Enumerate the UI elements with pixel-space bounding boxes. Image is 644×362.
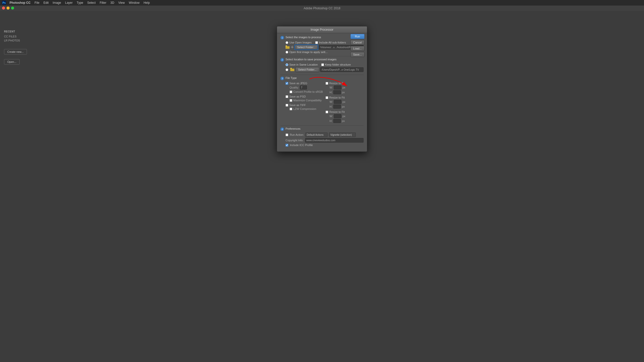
lzw-checkbox[interactable] (290, 108, 292, 110)
run-button[interactable]: Run (350, 34, 365, 39)
default-actions-dropdown[interactable]: Default Actions (305, 132, 328, 137)
psd-h-label: H: (330, 105, 332, 108)
menu-filter[interactable]: Filter (98, 0, 108, 6)
psd-w-label: W: (330, 100, 333, 103)
jpeg-w-label: W: (330, 86, 333, 89)
save-psd-row: Save as PSD (286, 95, 324, 98)
resize-jpeg-row: Resize to Fit (326, 82, 364, 85)
resize-psd-row: Resize to Fit (326, 96, 364, 99)
menu-help[interactable]: Help (142, 0, 152, 6)
run-action-checkbox[interactable] (286, 133, 288, 136)
image-processor-dialog: Image Processor Run Cancel Load... Save.… (277, 26, 367, 152)
save-same-location-label[interactable]: Save in Same Location (286, 63, 318, 66)
icc-profile-row: Include ICC Profile (280, 144, 364, 147)
tiff-h-row: H: px (326, 119, 364, 123)
psd-w-px: px (342, 100, 345, 103)
cancel-button[interactable]: Cancel (350, 40, 365, 45)
section-1-num: 1 (280, 36, 284, 39)
maximize-compat-label: Maximize Compatibility (293, 99, 321, 102)
save-same-location-radio[interactable] (286, 63, 288, 66)
keep-structure-text: Keep folder structure (325, 63, 351, 66)
load-button[interactable]: Load... (350, 46, 365, 51)
tiff-w-row: W: px (326, 114, 364, 118)
menu-layer[interactable]: Layer (63, 0, 75, 6)
folder-icon-2 (290, 68, 294, 72)
close-button[interactable] (2, 7, 5, 10)
folder-path-text-2: /Users/Dipesh/P...e One/Logic TV (321, 68, 359, 71)
menu-photoshop[interactable]: Photoshop CC (8, 0, 32, 6)
select-folder-radio[interactable] (286, 68, 288, 71)
jpeg-h-px: px (342, 91, 345, 94)
menu-image[interactable]: Image (51, 0, 63, 6)
folder-path-text-1: /Volumes/...u.../hotoshoot/RAW (320, 46, 355, 49)
menu-file[interactable]: File (32, 0, 41, 6)
save-psd-checkbox[interactable] (286, 95, 288, 98)
include-subfolders-label[interactable]: Include All sub-folders (315, 41, 346, 44)
maximize-compat-checkbox[interactable] (290, 99, 292, 102)
open-first-image-label[interactable]: Open first image to apply sett... (286, 51, 328, 54)
select-folder-button-1[interactable]: Select Folder... (295, 45, 318, 50)
save-psd-label: Save as PSD (289, 95, 306, 98)
section-4: 4 Preferences Run Action: Default Action… (280, 127, 364, 147)
open-first-image-text: Open first image to apply sett... (289, 51, 328, 54)
save-button[interactable]: Save... (350, 52, 365, 57)
menu-edit[interactable]: Edit (42, 0, 51, 6)
quality-label: Quality: (290, 86, 299, 89)
quality-input[interactable] (300, 85, 307, 89)
section-3-title: File Type (286, 76, 297, 79)
tiff-h-label: H: (330, 119, 332, 122)
run-action-row: Run Action: Default Actions Vignette (se… (280, 132, 364, 137)
traffic-lights (2, 7, 14, 10)
resize-tiff-row: Resize to Fit (326, 110, 364, 113)
save-tiff-row: Save as TIFF (286, 104, 324, 107)
save-jpeg-row: Save as JPEG (286, 82, 324, 85)
tiff-h-input[interactable] (333, 119, 341, 123)
jpeg-h-input[interactable] (333, 90, 341, 94)
convert-profile-row: Convert Profile to sRGB (286, 90, 324, 93)
save-tiff-label: Save as TIFF (289, 104, 306, 107)
divider-2 (280, 75, 364, 75)
section-2-num: 2 (280, 58, 284, 62)
resize-jpeg-checkbox[interactable] (326, 82, 328, 85)
keep-structure-label[interactable]: Keep folder structure (321, 63, 351, 66)
jpeg-w-input[interactable] (334, 85, 341, 89)
psd-w-input[interactable] (334, 100, 341, 104)
select-folder-button-2[interactable]: Select Folder... (295, 67, 319, 72)
open-first-image-radio[interactable] (286, 51, 288, 54)
maximize-compat-row: Maximize Compatibility (286, 99, 324, 102)
menu-window[interactable]: Window (127, 0, 142, 6)
action-buttons: Run Cancel Load... Save... (350, 34, 365, 57)
use-open-images-label[interactable]: Use Open Images (286, 41, 312, 44)
jpeg-w-px: px (342, 86, 345, 89)
resize-psd-checkbox[interactable] (326, 96, 328, 99)
settings-icon (291, 46, 294, 49)
tiff-w-input[interactable] (334, 114, 341, 118)
select-folder-radio-label[interactable] (286, 68, 289, 71)
menu-type[interactable]: Type (75, 0, 85, 6)
save-tiff-checkbox[interactable] (286, 104, 288, 107)
convert-profile-checkbox[interactable] (290, 90, 292, 93)
psd-h-input[interactable] (333, 105, 341, 109)
vignette-dropdown[interactable]: Vignette (selection) (329, 132, 356, 137)
minimize-button[interactable] (7, 7, 10, 10)
copyright-text: www.cineviewstudios.com (306, 139, 336, 142)
menu-3d[interactable]: 3D (108, 0, 116, 6)
folder-icon-1 (286, 46, 290, 49)
save-jpeg-checkbox[interactable] (286, 82, 288, 85)
save-jpeg-label: Save as JPEG (289, 82, 307, 85)
resize-tiff-checkbox[interactable] (326, 111, 328, 113)
tiff-w-px: px (342, 115, 345, 118)
menu-view[interactable]: View (116, 0, 127, 6)
jpeg-w-row: W: px (326, 85, 364, 89)
menu-select[interactable]: Select (85, 0, 98, 6)
include-subfolders-checkbox[interactable] (315, 41, 318, 44)
psd-h-px: px (342, 105, 345, 108)
use-open-images-radio[interactable] (286, 41, 288, 44)
maximize-button[interactable] (11, 7, 14, 10)
icc-profile-checkbox[interactable] (286, 144, 288, 147)
section-2: 2 Select location to save processed imag… (280, 58, 364, 72)
keep-structure-checkbox[interactable] (321, 63, 324, 66)
jpeg-h-row: H: px (326, 90, 364, 94)
save-same-location-text: Save in Same Location (289, 63, 318, 66)
jpeg-h-label: H: (330, 91, 332, 94)
